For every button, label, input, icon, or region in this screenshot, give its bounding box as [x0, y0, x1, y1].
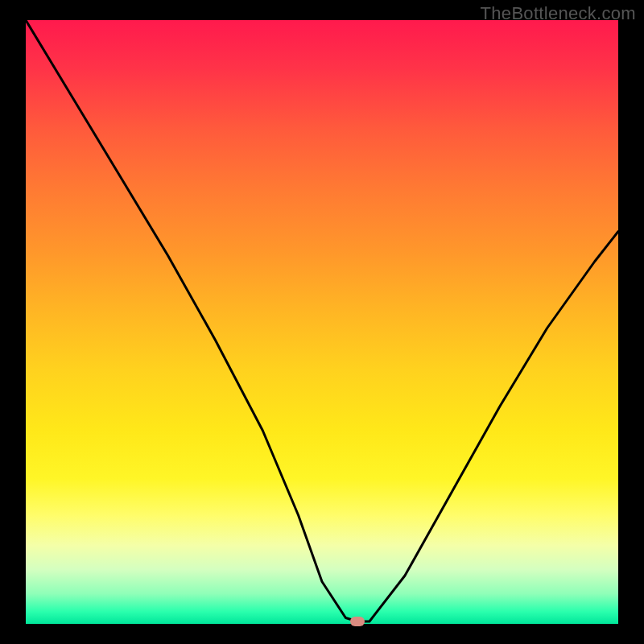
- watermark-text: TheBottleneck.com: [481, 3, 636, 24]
- bottleneck-curve: [26, 20, 618, 624]
- chart-plot-area: [26, 20, 618, 624]
- bottleneck-marker: [350, 617, 365, 626]
